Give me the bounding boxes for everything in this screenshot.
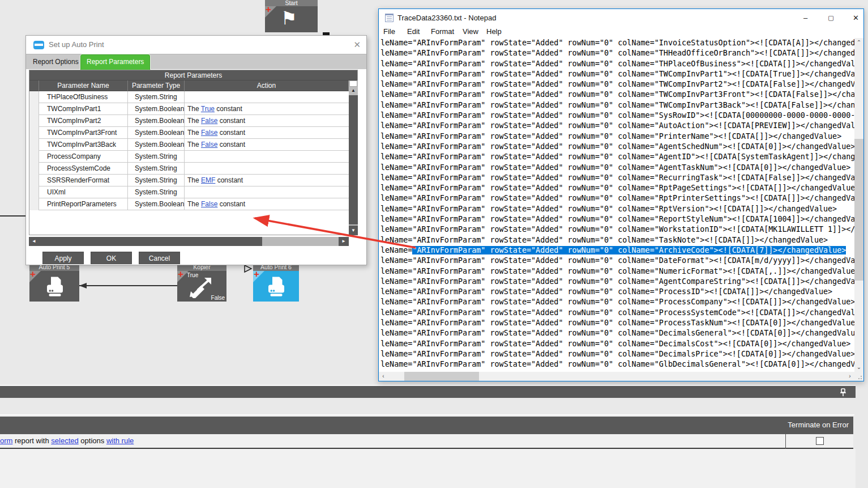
- table-row[interactable]: TWCompInvPart2System.BooleanThe False co…: [29, 115, 349, 127]
- menu-format[interactable]: Format: [431, 27, 454, 36]
- scrollbar-thumb[interactable]: [854, 139, 863, 281]
- menu-help[interactable]: Help: [486, 27, 502, 36]
- notepad-line: leName="ARInvFormParam" rowState="Added"…: [379, 224, 854, 235]
- notepad-line: leName="ARInvFormParam" rowState="Added"…: [379, 287, 854, 297]
- table-row[interactable]: ProcessSystemCodeSystem.String: [29, 163, 349, 175]
- menu-edit[interactable]: Edit: [407, 27, 420, 36]
- table-row[interactable]: THPlaceOfBusinessSystem.String: [29, 91, 349, 103]
- node-autoprint5[interactable]: +: [29, 271, 79, 302]
- notepad-line: leName="ARInvFormParam" rowState="Added"…: [379, 266, 854, 277]
- scrollbar-top-button[interactable]: [349, 80, 357, 87]
- table-row[interactable]: ProcessCompanySystem.String: [29, 151, 349, 163]
- action-cell: The False constant: [185, 127, 349, 139]
- scroll-right-icon[interactable]: ►: [339, 237, 349, 246]
- constant-link[interactable]: False: [201, 117, 217, 125]
- branch-arrows-icon: [187, 275, 216, 298]
- row-header-cell[interactable]: [29, 151, 39, 163]
- notepad-line: leName="ARInvFormParam" rowState="Added"…: [379, 163, 854, 173]
- rule-link[interactable]: with rule: [106, 436, 134, 445]
- table-row[interactable]: TWCompInvPart3BackSystem.BooleanThe Fals…: [29, 139, 349, 151]
- node-autoprint6[interactable]: +: [253, 271, 299, 302]
- notepad-line: leName="ARInvFormParam" rowState="Added"…: [379, 79, 854, 90]
- dialog-title: Set up Auto Print: [49, 40, 104, 49]
- minimize-button[interactable]: –: [793, 9, 818, 27]
- pin-icon[interactable]: [840, 388, 846, 397]
- table-row[interactable]: TWCompInvPart3FrontSystem.BooleanThe Fal…: [29, 127, 349, 139]
- notepad-vertical-scrollbar[interactable]: ⌃ ⌄: [854, 38, 863, 372]
- row-header-cell[interactable]: [29, 91, 39, 103]
- scrollbar-thumb[interactable]: ◄: [29, 237, 262, 246]
- action-cell: [185, 163, 349, 175]
- scroll-up-icon[interactable]: ⌃: [854, 38, 863, 47]
- dialog-titlebar[interactable]: Set up Auto Print ✕: [26, 36, 366, 54]
- start-node[interactable]: + ⚑: [265, 6, 318, 32]
- column-header-name[interactable]: Parameter Name: [39, 80, 128, 91]
- row-header-cell[interactable]: [29, 175, 39, 186]
- close-button[interactable]: ✕: [843, 9, 868, 27]
- row-header-cell[interactable]: [29, 115, 39, 127]
- apply-button[interactable]: Apply: [42, 252, 84, 264]
- table-horizontal-scrollbar[interactable]: ◄ ►: [29, 237, 349, 246]
- scroll-left-icon[interactable]: ‹: [379, 372, 388, 381]
- rule-link[interactable]: orm: [0, 436, 12, 445]
- table-vertical-scrollbar[interactable]: ▲ ▼: [349, 80, 358, 235]
- resize-grip[interactable]: [854, 372, 863, 381]
- menu-view[interactable]: View: [463, 27, 478, 36]
- scroll-up-icon[interactable]: ▲: [349, 87, 358, 94]
- tab-report-options[interactable]: Report Options: [27, 54, 84, 70]
- table-row[interactable]: SSRSRenderFormatSystem.StringThe EMF con…: [29, 175, 349, 186]
- notepad-line: leName="ARInvFormParam" rowState="Added"…: [379, 100, 854, 111]
- ok-button[interactable]: OK: [91, 252, 132, 264]
- rule-description: orm report with selected options with ru…: [0, 436, 134, 445]
- parameter-name-cell: PrintReportParameters: [39, 198, 128, 210]
- tab-report-parameters[interactable]: Report Parameters: [80, 54, 150, 70]
- action-cell: The EMF constant: [185, 175, 349, 186]
- row-header-cell[interactable]: [29, 127, 39, 139]
- scroll-down-icon[interactable]: ⌄: [854, 363, 863, 372]
- row-header-cell[interactable]: [29, 163, 39, 175]
- parameter-type-cell: System.Boolean: [128, 103, 185, 115]
- column-header-type[interactable]: Parameter Type: [128, 80, 185, 91]
- cancel-button[interactable]: Cancel: [139, 252, 180, 264]
- action-cell: The False constant: [185, 139, 349, 151]
- constant-link[interactable]: True: [201, 105, 215, 113]
- notepad-titlebar[interactable]: TraceData23360.txt - Notepad – ▢ ✕: [379, 9, 863, 27]
- notepad-line: leName="ARInvFormParam" rowState="Added"…: [379, 245, 854, 256]
- rule-link[interactable]: selected: [51, 436, 78, 445]
- constant-link[interactable]: False: [201, 129, 217, 137]
- collapsed-panel-bar[interactable]: [0, 385, 856, 398]
- constant-link[interactable]: False: [201, 141, 217, 148]
- column-header-corner: [29, 80, 39, 91]
- notepad-text-area[interactable]: leName="ARInvFormParam" rowState="Added"…: [379, 38, 854, 372]
- parameter-name-cell: THPlaceOfBusiness: [39, 91, 128, 103]
- scrollbar-thumb[interactable]: [349, 95, 358, 224]
- scrollbar-thumb[interactable]: [404, 372, 479, 381]
- add-badge-icon: +: [30, 269, 36, 280]
- notepad-line: leName="ARInvFormParam" rowState="Added"…: [379, 318, 854, 328]
- scroll-down-icon[interactable]: ▼: [349, 226, 358, 235]
- notepad-line: leName="ARInvFormParam" rowState="Added"…: [379, 359, 854, 370]
- window-title: TraceData23360.txt - Notepad: [397, 14, 496, 22]
- row-header-cell[interactable]: [29, 198, 39, 210]
- table-row[interactable]: PrintReportParametersSystem.BooleanThe F…: [29, 198, 349, 210]
- notepad-icon: [385, 14, 394, 22]
- maximize-button[interactable]: ▢: [818, 9, 844, 27]
- notepad-horizontal-scrollbar[interactable]: ‹ ›: [379, 372, 854, 381]
- menu-file[interactable]: File: [383, 27, 395, 36]
- column-header-action[interactable]: Action: [185, 80, 349, 91]
- row-header-cell[interactable]: [29, 103, 39, 115]
- table-row[interactable]: TWCompInvPart1System.BooleanThe True con…: [29, 103, 349, 115]
- table-row[interactable]: UIXmlSystem.String: [29, 186, 349, 198]
- constant-link[interactable]: False: [201, 200, 217, 208]
- node-kopier[interactable]: + True False: [177, 271, 226, 302]
- add-badge-icon: +: [266, 4, 271, 15]
- scroll-right-icon[interactable]: ›: [845, 372, 854, 381]
- close-icon[interactable]: ✕: [353, 40, 361, 50]
- constant-link[interactable]: EMF: [201, 176, 215, 184]
- parameter-name-cell: TWCompInvPart2: [39, 115, 128, 127]
- grid-caption: Report Parameters: [29, 70, 358, 80]
- terminate-checkbox[interactable]: [816, 437, 824, 445]
- row-header-cell[interactable]: [29, 139, 39, 151]
- row-header-cell[interactable]: [29, 186, 39, 198]
- notepad-window: TraceData23360.txt - Notepad – ▢ ✕ FileE…: [378, 9, 864, 381]
